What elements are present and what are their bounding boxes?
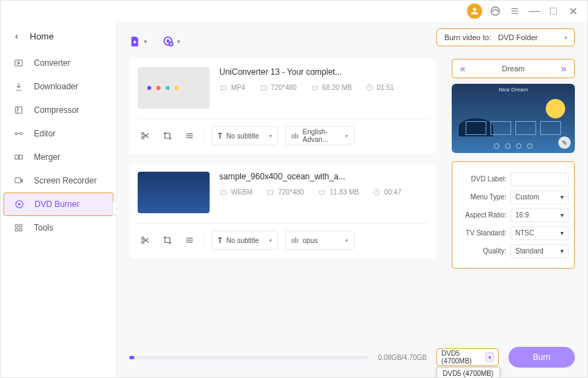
tv-standard-select[interactable]: NTSC▾ (511, 226, 569, 240)
theme-navigator: « Dream » (452, 59, 575, 78)
sidebar-item-label: Screen Recorder (34, 176, 97, 186)
sidebar-item-downloader[interactable]: Downloader (1, 75, 116, 98)
file-name: UniConverter 13 - Your complet... (219, 67, 428, 77)
dvd-burner-icon (14, 199, 25, 210)
menu-preview[interactable]: Nice Dream ✎ (452, 84, 575, 153)
editor-icon (13, 128, 24, 139)
svg-rect-9 (15, 155, 19, 159)
setting-label: Aspect Ratio: (458, 211, 506, 219)
burn-to-value: DVD Folder▾ (498, 33, 567, 42)
subtitle-select[interactable]: TNo subtitle▾ (212, 126, 278, 145)
svg-rect-17 (19, 228, 22, 231)
add-disc-button[interactable]: ▾ (163, 34, 181, 49)
trim-button[interactable] (138, 233, 153, 248)
merger-icon (13, 152, 24, 163)
svg-point-7 (15, 132, 18, 135)
chevron-down-icon: ▾ (486, 352, 494, 362)
titlebar: — □ ✕ (1, 1, 587, 21)
subtitle-select[interactable]: TNo subtitle▾ (212, 231, 278, 250)
close-button[interactable]: ✕ (567, 5, 579, 17)
downloader-icon (13, 81, 24, 92)
audio-select[interactable]: ıılıopus▾ (285, 231, 354, 250)
sidebar-item-screen-recorder[interactable]: Screen Recorder (1, 169, 116, 192)
sidebar-item-converter[interactable]: Converter (1, 51, 116, 75)
sidebar-item-label: Converter (34, 58, 71, 68)
compressor-icon (13, 105, 24, 116)
sidebar-home-label: Home (30, 31, 54, 42)
chevron-down-icon: ▾ (177, 38, 181, 45)
audio-select[interactable]: ıılıEnglish-Advan...▾ (285, 126, 354, 145)
burn-to-selector[interactable]: Burn video to: DVD Folder▾ (437, 28, 575, 46)
svg-rect-22 (261, 86, 266, 90)
svg-point-13 (19, 204, 20, 205)
svg-rect-21 (221, 86, 226, 89)
duration-info: 00:47 (373, 188, 401, 196)
dvd-settings: DVD Label: Menu Type:Custom▾ Aspect Rati… (452, 161, 575, 269)
sidebar-item-tools[interactable]: Tools (1, 216, 116, 240)
setting-label: Menu Type: (458, 193, 506, 201)
disc-type-menu: DVD5 (4700MB) DVD9 (8500MB) BD25 (25G) B… (437, 367, 500, 378)
user-avatar-icon[interactable] (467, 3, 482, 19)
svg-rect-32 (268, 190, 273, 195)
burn-to-label: Burn video to: (444, 33, 491, 42)
tools-icon (13, 222, 24, 233)
svg-rect-15 (19, 224, 22, 227)
size-text: 0.08GB/4.70GB (378, 354, 427, 361)
svg-point-8 (20, 132, 23, 135)
sidebar-item-label: DVD Burner (35, 199, 80, 209)
burn-button[interactable]: Burn (508, 347, 575, 368)
chevron-down-icon: ▾ (144, 38, 147, 45)
add-file-button[interactable]: ▾ (129, 34, 147, 49)
sidebar-item-label: Tools (34, 223, 53, 233)
support-icon[interactable] (489, 5, 502, 17)
video-thumbnail[interactable] (138, 67, 210, 109)
sidebar-item-merger[interactable]: Merger (1, 145, 116, 169)
dvd-label-input[interactable] (511, 172, 569, 186)
resolution-info: 720*480 (266, 188, 304, 196)
chevron-down-icon: ▾ (564, 35, 567, 41)
crop-button[interactable] (160, 233, 175, 248)
disc-option[interactable]: DVD5 (4700MB) (437, 368, 499, 378)
svg-point-12 (16, 201, 24, 208)
prev-theme-button[interactable]: « (457, 62, 469, 75)
screen-recorder-icon (13, 175, 24, 186)
crop-button[interactable] (160, 128, 175, 143)
video-thumbnail[interactable] (138, 172, 210, 213)
minimize-button[interactable]: — (528, 5, 540, 17)
svg-rect-11 (15, 178, 21, 183)
svg-rect-10 (19, 155, 23, 159)
svg-point-35 (142, 241, 145, 244)
maximize-button[interactable]: □ (547, 5, 560, 17)
sidebar-item-dvd-burner[interactable]: DVD Burner (3, 192, 113, 216)
sidebar-item-label: Downloader (34, 82, 78, 91)
file-item: sample_960x400_ocean_with_a... WEBM 720*… (129, 163, 437, 258)
svg-point-25 (142, 136, 145, 139)
back-icon (13, 33, 20, 40)
menu-icon[interactable] (508, 5, 521, 17)
sidebar-home[interactable]: Home (1, 26, 116, 51)
svg-point-24 (142, 132, 145, 135)
sidebar-item-label: Compressor (34, 105, 79, 115)
menu-type-select[interactable]: Custom▾ (511, 190, 569, 204)
sidebar-item-compressor[interactable]: Compressor (1, 98, 116, 122)
svg-point-34 (142, 237, 145, 240)
footer: 0.08GB/4.70GB DVD5 (4700MB)▾ DVD5 (4700M… (129, 336, 575, 368)
sidebar-item-editor[interactable]: Editor (1, 122, 116, 145)
svg-point-19 (167, 40, 169, 42)
more-button[interactable] (182, 128, 197, 143)
svg-rect-16 (15, 228, 18, 231)
file-name: sample_960x400_ocean_with_a... (219, 172, 428, 181)
disc-type-select[interactable]: DVD5 (4700MB)▾ DVD5 (4700MB) DVD9 (8500M… (437, 348, 499, 366)
size-info: 11.83 MB (318, 188, 359, 196)
converter-icon (13, 57, 24, 69)
quality-select[interactable]: Standard▾ (511, 244, 569, 258)
next-theme-button[interactable]: » (558, 62, 570, 75)
more-button[interactable] (182, 233, 197, 248)
trim-button[interactable] (138, 128, 153, 143)
format-info: MP4 (219, 84, 246, 91)
content-area: ▾ ▾ Burn video to: DVD Folder▾ UniConver… (117, 21, 587, 377)
sidebar: Home Converter Downloader Compressor Edi… (1, 21, 117, 377)
edit-menu-button[interactable]: ✎ (558, 136, 571, 149)
setting-label: DVD Label: (458, 175, 506, 183)
aspect-ratio-select[interactable]: 16:9▾ (511, 208, 569, 222)
